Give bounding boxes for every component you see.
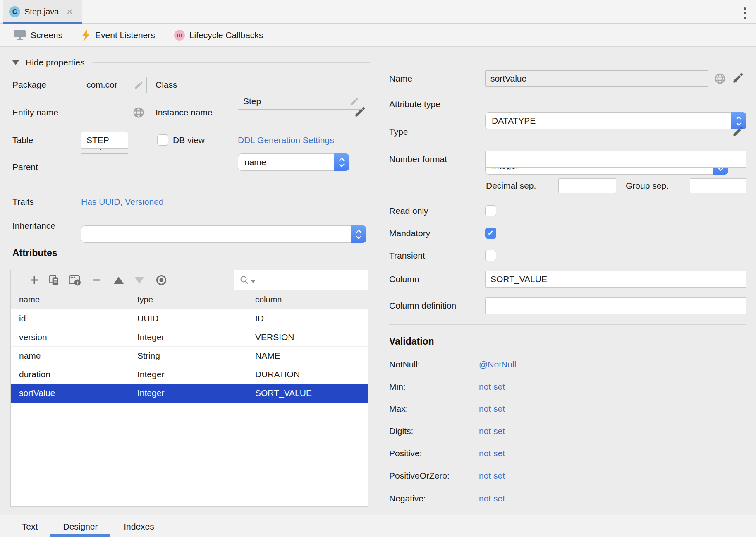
cell-name: sortValue [11,384,129,402]
validation-positive-value[interactable]: not set [479,448,505,458]
lifecycle-callbacks-button[interactable]: m Lifecycle Callbacks [174,30,263,41]
globe-icon[interactable] [132,106,145,119]
close-icon[interactable]: ✕ [66,7,73,17]
validation-negative-value[interactable]: not set [479,494,505,503]
decimal-sep-field[interactable] [558,178,616,193]
ddl-generation-settings-link[interactable]: DDL Generation Settings [238,132,334,149]
collapse-triangle-icon [12,60,19,65]
cell-column: SORT_VALUE [249,384,368,402]
column-field[interactable] [485,271,746,288]
lightning-icon [81,29,91,41]
hide-properties-toggle[interactable]: Hide properties [12,56,370,69]
cell-name: version [11,328,129,346]
move-down-icon[interactable] [133,274,146,286]
search-options-caret-icon[interactable] [251,280,256,283]
package-field[interactable]: com.cor [81,77,147,93]
validation-max-value[interactable]: not set [479,404,505,414]
move-up-icon[interactable] [112,274,125,286]
parent-combobox[interactable] [81,225,366,243]
edit-pencil-icon[interactable] [134,81,143,90]
cell-name: name [11,347,129,365]
number-format-label: Number format [389,151,447,168]
table-row[interactable]: duration Integer DURATION [11,365,368,384]
copy-attribute-icon[interactable] [48,274,60,286]
more-options-icon[interactable] [742,6,748,21]
validation-notnull-value[interactable]: @NotNull [479,360,516,369]
validation-positive-label: Positive: [389,448,422,458]
table-field[interactable] [81,132,128,149]
globe-icon[interactable] [714,72,726,85]
attributes-heading: Attributes [12,247,57,259]
class-value: Step [243,96,261,106]
tab-designer[interactable]: Designer [50,515,110,537]
attributes-toolbar: f [11,270,368,290]
tab-step-java[interactable]: C Step.java ✕ [3,0,82,24]
name-value: sortValue [490,74,526,84]
attributes-table-header: name type column [11,290,368,309]
instance-name-label: Instance name [156,104,213,121]
traits-label: Traits [12,196,34,208]
db-view-label: DB view [173,132,205,149]
mandatory-label: Mandatory [389,228,430,239]
hide-properties-label: Hide properties [26,58,84,67]
table-row-selected[interactable]: sortValue Integer SORT_VALUE [11,384,368,403]
validation-notnull-label: NotNull: [389,360,420,369]
validation-positiveorzero-label: PositiveOrZero: [389,471,450,481]
column-definition-field[interactable] [485,297,746,314]
type-label: Type [389,123,408,141]
read-only-checkbox[interactable] [485,205,496,216]
class-field[interactable]: Step [238,93,363,110]
tab-designer-label: Designer [63,522,98,532]
name-field[interactable]: sortValue [485,70,708,87]
validation-positiveorzero-value[interactable]: not set [479,471,505,481]
validation-heading: Validation [389,336,434,347]
table-row[interactable]: version Integer VERSION [11,328,368,347]
attribute-type-label: Attribute type [389,96,440,113]
add-to-screen-icon[interactable]: f [69,274,81,286]
attribute-type-combobox[interactable]: DATATYPE [485,112,746,129]
number-format-field[interactable] [485,151,746,168]
tab-text[interactable]: Text [15,515,45,537]
cell-column: NAME [249,347,368,365]
transient-checkbox[interactable] [485,250,496,261]
combobox-stepper-icon[interactable] [351,225,366,243]
edit-pencil-icon[interactable] [349,97,359,106]
method-badge-icon: m [174,30,185,41]
event-listeners-button[interactable]: Event Listeners [81,29,155,41]
search-input[interactable] [257,270,368,290]
entity-toolbar: Screens Event Listeners m Lifecycle Call… [0,24,756,47]
table-row[interactable]: name String NAME [11,347,368,365]
mandatory-checkbox[interactable] [485,228,496,239]
divider [92,62,370,63]
validation-min-value[interactable]: not set [479,382,505,392]
parent-label: Parent [12,158,38,176]
edit-pencil-icon[interactable] [732,126,744,137]
table-label: Table [12,132,33,149]
tab-text-label: Text [22,522,38,532]
traits-link[interactable]: Has UUID, Versioned [81,196,164,208]
inheritance-label: Inheritance [12,217,55,235]
db-view-checkbox[interactable] [157,134,168,146]
read-only-label: Read only [389,205,428,216]
cell-type: UUID [129,309,249,328]
cell-type: Integer [129,365,249,384]
screens-button[interactable]: Screens [14,30,62,41]
cell-type: String [129,347,249,365]
class-label: Class [156,77,177,93]
table-row[interactable]: id UUID ID [11,309,368,328]
column-header-column: column [249,290,368,309]
show-system-attributes-icon[interactable] [155,274,167,286]
cell-column: DURATION [249,365,368,384]
combobox-stepper-icon[interactable] [334,153,349,171]
instance-name-combobox[interactable]: name [238,153,349,171]
tab-indexes-label: Indexes [124,522,154,532]
edit-pencil-icon[interactable] [354,106,366,118]
remove-attribute-icon[interactable] [91,274,103,286]
group-sep-field[interactable] [690,178,746,193]
add-attribute-icon[interactable] [28,274,41,286]
tab-indexes[interactable]: Indexes [116,515,162,537]
edit-pencil-icon[interactable] [732,72,744,84]
cell-column: ID [249,309,368,328]
column-label: Column [389,271,419,288]
validation-digits-value[interactable]: not set [479,426,505,436]
